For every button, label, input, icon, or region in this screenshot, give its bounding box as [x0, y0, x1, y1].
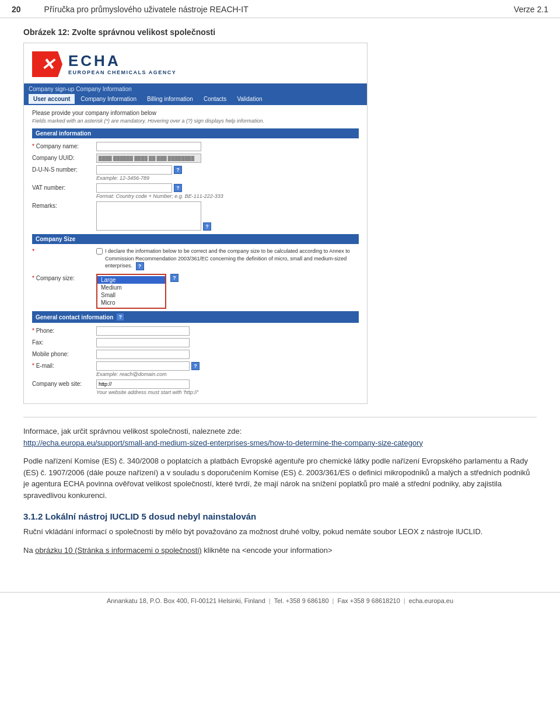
company-size-listbox[interactable]: Large Medium Small Micro: [96, 274, 166, 309]
phone-label: Phone:: [32, 326, 96, 334]
company-uuid-row: Company UUID:: [32, 154, 359, 163]
phone-row: Phone:: [32, 326, 359, 336]
echa-logo-text: ECHA EUROPEAN CHEMICALS AGENCY: [68, 53, 176, 75]
body-paragraph-4-link: obrázku 10 (Stránka s informacemi o spol…: [35, 546, 201, 555]
website-label: Company web site:: [32, 379, 96, 387]
mobile-label: Mobile phone:: [32, 350, 96, 357]
company-size-checkbox-label: I declare the information below to be co…: [105, 248, 359, 270]
size-option-micro[interactable]: Micro: [97, 299, 165, 306]
footer-sep-1: |: [269, 597, 271, 604]
duns-help-icon[interactable]: ?: [174, 166, 182, 174]
page-number: 20: [12, 5, 21, 14]
screenshot-box: ✕ ECHA EUROPEAN CHEMICALS AGENCY Company…: [23, 43, 368, 404]
tab-contacts[interactable]: Contacts: [199, 94, 231, 104]
email-control: ? Example: reach@domain.com: [96, 361, 359, 377]
divider-1: [23, 417, 537, 417]
main-content: Obrázek 12: Zvolte správnou velikost spo…: [0, 18, 560, 574]
company-name-row: Company name:: [32, 142, 359, 151]
tab-validation[interactable]: Validation: [232, 94, 267, 104]
company-name-input[interactable]: [96, 142, 201, 151]
body-paragraph-2: Podle nařízení Komise (ES) č. 340/2008 o…: [23, 455, 537, 501]
footer-fax: Fax +358 9 68618210: [337, 597, 400, 604]
nav-tabs: User account Company Information Billing…: [29, 94, 362, 104]
echa-full-name: EUROPEAN CHEMICALS AGENCY: [68, 69, 176, 75]
form-note: Fields marked with an asterisk (*) are m…: [32, 118, 359, 124]
company-uuid-label: Company UUID:: [32, 154, 96, 161]
nav-bar: Company sign-up Company Information User…: [24, 83, 367, 105]
company-size-help-icon[interactable]: ?: [136, 262, 144, 270]
remarks-help-icon[interactable]: ?: [203, 222, 211, 231]
company-size-checkbox[interactable]: [96, 248, 103, 255]
duns-row: D-U-N-S number: ? Example: 12-3456-789: [32, 165, 359, 181]
echa-logo-mark: ✕: [32, 51, 62, 77]
email-help-icon[interactable]: ?: [191, 362, 200, 370]
general-info-section-header: General information: [32, 128, 359, 138]
fax-label: Fax:: [32, 338, 96, 346]
body-link-1[interactable]: http://echa.europa.eu/support/small-and-…: [23, 438, 423, 447]
page-version: Verze 2.1: [514, 5, 548, 14]
company-size-section-header: Company Size: [32, 234, 359, 244]
mobile-input[interactable]: [96, 350, 190, 359]
fax-control: [96, 338, 359, 347]
vat-hint: Format: Country code + Number; e.g. BE-1…: [96, 193, 359, 199]
nav-bar-title: Company sign-up Company Information: [29, 86, 362, 92]
website-input[interactable]: [96, 379, 190, 389]
contact-section-help-icon[interactable]: ?: [116, 313, 124, 321]
required-star: *: [32, 248, 34, 255]
footer-sep-2: |: [332, 597, 334, 604]
company-size-field-label: Company size:: [32, 274, 96, 281]
remarks-control: ?: [96, 201, 359, 231]
footer-tel: Tel. +358 9 686180: [274, 597, 329, 604]
size-options-list: Large Medium Small Micro: [97, 275, 165, 308]
contact-section-header: General contact information ?: [32, 311, 359, 323]
mobile-control: [96, 350, 359, 359]
tab-billing-information[interactable]: Billing information: [142, 94, 198, 104]
phone-control: [96, 326, 359, 336]
size-option-medium[interactable]: Medium: [97, 284, 165, 291]
body-paragraph-4: Na obrázku 10 (Stránka s informacemi o s…: [23, 545, 537, 556]
heading-3: 3.1.2 Lokální nástroj IUCLID 5 dosud neb…: [23, 511, 537, 521]
duns-hint: Example: 12-3456-789: [96, 175, 359, 181]
company-uuid-input[interactable]: [96, 154, 201, 163]
vat-label: VAT number:: [32, 183, 96, 191]
echa-logo-area: ✕ ECHA EUROPEAN CHEMICALS AGENCY: [24, 43, 367, 83]
fax-input[interactable]: [96, 338, 190, 347]
company-size-select-wrapper: Company size: Large Medium Small Micro ?: [32, 274, 359, 309]
body-paragraph-4-prefix: Na: [23, 546, 35, 555]
vat-control: ? Format: Country code + Number; e.g. BE…: [96, 183, 359, 199]
email-label: E-mail:: [32, 361, 96, 369]
page-footer: Annankatu 18, P.O. Box 400, FI-00121 Hel…: [0, 592, 560, 609]
body-paragraph-1: Informace, jak určit správnou velikost s…: [23, 426, 537, 448]
page-header-title: Příručka pro průmyslového uživatele nást…: [44, 5, 249, 14]
company-size-checkbox-row: * I declare the information below to be …: [32, 248, 359, 270]
company-size-select-help-icon[interactable]: ?: [170, 274, 178, 282]
size-option-large[interactable]: Large: [97, 276, 165, 284]
phone-input[interactable]: [96, 326, 190, 336]
form-area: Please provide your company information …: [24, 105, 367, 403]
email-hint: Example: reach@domain.com: [96, 371, 359, 377]
vat-row: VAT number: ? Format: Country code + Num…: [32, 183, 359, 199]
duns-input[interactable]: [96, 165, 172, 175]
vat-input[interactable]: [96, 183, 172, 193]
size-option-small[interactable]: Small: [97, 291, 165, 299]
remarks-textarea[interactable]: [96, 201, 201, 231]
company-name-label: Company name:: [32, 142, 96, 149]
tab-company-information[interactable]: Company Information: [76, 94, 141, 104]
body-paragraph-3: Ruční vkládání informací o společnosti b…: [23, 526, 537, 538]
website-control: Your website address must start with 'ht…: [96, 379, 359, 395]
tab-user-account[interactable]: User account: [29, 94, 75, 104]
form-intro-text: Please provide your company information …: [32, 110, 359, 116]
page-header: 20 Příručka pro průmyslového uživatele n…: [0, 0, 560, 18]
company-name-control: [96, 142, 359, 151]
body-paragraph-1-text: Informace, jak určit správnou velikost s…: [23, 427, 242, 436]
footer-address: Annankatu 18, P.O. Box 400, FI-00121 Hel…: [107, 597, 265, 604]
company-uuid-control: [96, 154, 359, 163]
remarks-label: Remarks:: [32, 201, 96, 209]
fax-row: Fax:: [32, 338, 359, 347]
website-hint: Your website address must start with 'ht…: [96, 389, 359, 395]
email-input[interactable]: [96, 361, 190, 371]
footer-sep-3: |: [404, 597, 405, 604]
vat-help-icon[interactable]: ?: [174, 184, 182, 192]
checkbox-placeholder: *: [32, 248, 96, 255]
email-row: E-mail: ? Example: reach@domain.com: [32, 361, 359, 377]
